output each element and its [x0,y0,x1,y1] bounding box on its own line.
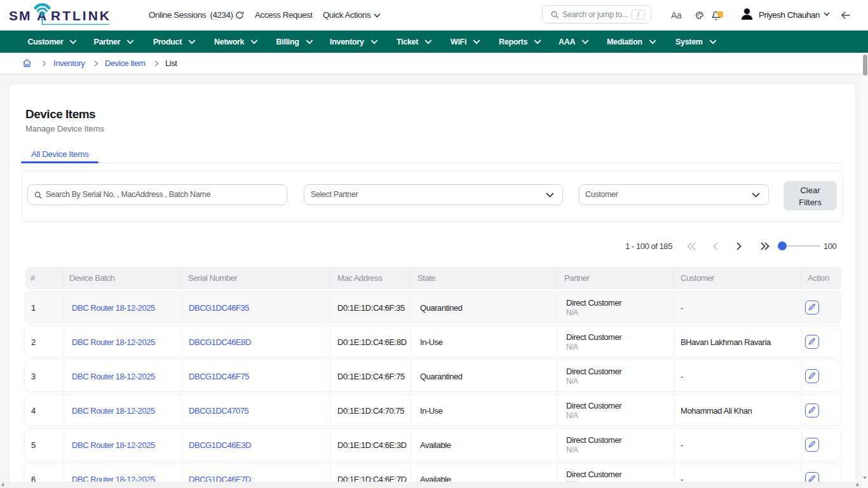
svg-text:RTLINK: RTLINK [51,8,111,23]
svg-text:SM: SM [9,8,32,23]
